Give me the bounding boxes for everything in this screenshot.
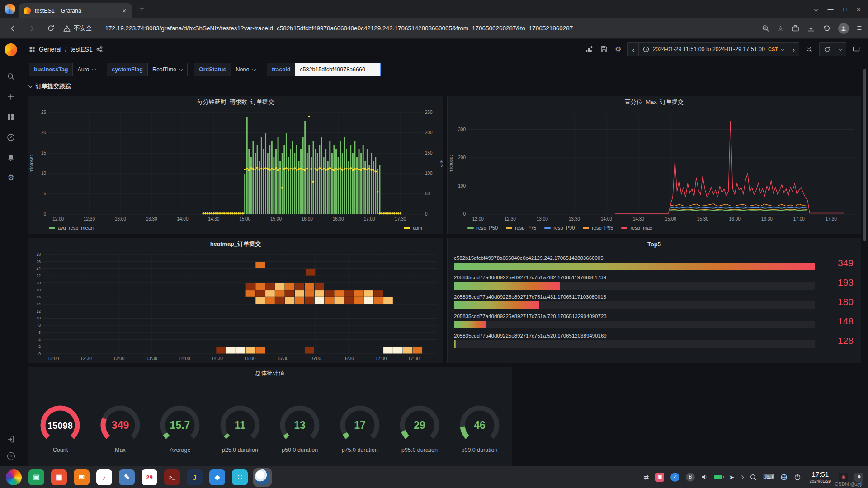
volume-icon[interactable] <box>701 474 708 480</box>
time-shift-back-button[interactable]: ‹ <box>628 43 638 56</box>
panel-title[interactable]: heatmap_订单提交 <box>28 238 443 250</box>
time-zoom-out-button[interactable] <box>805 46 814 53</box>
legend-item-avg_resp_mean[interactable]: avg_resp_mean <box>49 225 94 230</box>
variable-select-businessTag[interactable]: Auto <box>72 63 100 76</box>
taskbar-clock[interactable]: 17:51 2024/01/29 <box>809 470 831 483</box>
heatmap-chart[interactable]: 024681012141618202224262812:0012:3013:00… <box>28 250 443 363</box>
share-icon[interactable] <box>96 46 103 52</box>
screen-record-icon[interactable]: ◉ <box>839 473 848 482</box>
browser-logo-icon[interactable] <box>5 4 15 14</box>
taskbar-app-app-center-icon[interactable]: ∷ <box>232 469 248 485</box>
dashboard-settings-button[interactable]: ⚙ <box>614 46 622 53</box>
refresh-interval-dropdown[interactable] <box>835 43 846 56</box>
zoom-icon[interactable] <box>762 24 769 32</box>
pointer-icon[interactable]: ➤ <box>729 474 734 481</box>
panel-title[interactable]: 每分钟延时_请求数_订单提交 <box>28 96 443 108</box>
variable-label[interactable]: systemFlag <box>107 63 147 76</box>
site-security[interactable]: 不安全 <box>63 24 92 33</box>
new-tab-button[interactable]: + <box>136 4 148 14</box>
taskbar-app-text-editor-icon[interactable]: ✎ <box>119 469 135 485</box>
variable-input-traceId[interactable]: c582b15dfcbf49978a6660 <box>295 63 381 76</box>
variable-select-systemFlag[interactable]: RealTime <box>147 63 188 76</box>
taskbar-app-music-icon[interactable]: ♪ <box>96 469 112 485</box>
latency-chart[interactable]: 051015202505010015020025012:0012:3013:00… <box>28 108 443 223</box>
network-icon[interactable] <box>780 474 788 481</box>
sidebar-dashboards-button[interactable] <box>0 107 22 127</box>
sidebar-signin-button[interactable] <box>7 435 15 445</box>
grafana-logo-icon[interactable] <box>5 43 17 56</box>
profile-avatar[interactable] <box>838 23 849 34</box>
taskbar-app-chat-icon[interactable]: ◆ <box>209 469 225 485</box>
window-maximize-button[interactable]: □ <box>843 6 847 13</box>
taskbar-app-system-monitor-icon[interactable]: ▣ <box>28 469 44 485</box>
legend-item-resp_P75[interactable]: resp_P75 <box>506 225 536 230</box>
taskbar-app-ide-icon[interactable]: J <box>187 469 203 485</box>
dashboard-row-header[interactable]: 订单提交跟踪 <box>22 80 868 93</box>
panel-title[interactable]: 百分位_Max_订单提交 <box>448 96 861 108</box>
page-scrollbar[interactable] <box>863 69 866 241</box>
battery-icon[interactable] <box>714 475 722 479</box>
panel-title[interactable]: Top5 <box>448 238 861 250</box>
breadcrumb-dashboard[interactable]: testES1 <box>71 46 93 53</box>
variable-label[interactable]: businessTag <box>29 63 72 76</box>
sidebar-alerting-button[interactable] <box>0 147 22 168</box>
variable-label[interactable]: traceId <box>267 63 295 76</box>
bookmark-star-icon[interactable]: ☆ <box>777 24 783 33</box>
keyboard-icon[interactable]: ⌨ <box>763 472 774 482</box>
briefcase-icon[interactable] <box>791 24 799 33</box>
row-collapse-icon <box>28 84 32 87</box>
legend-item-resp_P95[interactable]: resp_P95 <box>583 225 613 230</box>
download-icon[interactable] <box>807 24 815 33</box>
taskbar-app-slot: ▦ <box>50 468 68 487</box>
sidebar-search-button[interactable] <box>0 66 22 86</box>
time-range-picker[interactable]: 2024-01-29 11:51:00 to 2024-01-29 17:51:… <box>638 43 788 56</box>
sidebar-create-button[interactable] <box>0 86 22 107</box>
tab-list-icon[interactable] <box>815 6 817 13</box>
sidebar-help-button[interactable]: ? <box>7 452 15 460</box>
legend-item-resp_P90[interactable]: resp_P90 <box>544 225 575 230</box>
search-icon[interactable] <box>750 474 757 481</box>
power-icon[interactable] <box>794 474 801 481</box>
sidebar-explore-button[interactable] <box>0 127 22 147</box>
forward-button[interactable] <box>25 22 38 35</box>
screenshot-icon[interactable]: ▣ <box>655 473 664 482</box>
top5-bargauge[interactable]: c582b15dfcbf49978a666040e0c42129.242.170… <box>448 250 861 352</box>
url-text[interactable]: 172.19.223.74:8083/grafana/d/bxShSeNIz/t… <box>105 25 756 32</box>
refresh-button[interactable] <box>820 43 835 56</box>
input-switch-icon[interactable]: ⇄ <box>643 474 649 481</box>
history-icon[interactable] <box>823 24 830 32</box>
variable-label[interactable]: OrdStatus <box>194 63 231 76</box>
legend-item-resp_P50[interactable]: resp_P50 <box>467 225 498 230</box>
legend-item-cpm[interactable]: cpm <box>404 225 422 230</box>
time-shift-forward-button[interactable]: › <box>788 43 799 56</box>
bluetooth-icon[interactable]: B <box>686 473 695 482</box>
window-close-button[interactable]: × <box>857 5 861 13</box>
taskbar-app-app-store-icon[interactable]: ▦ <box>51 469 67 485</box>
stats-gauges[interactable]: 15098Count349Max15.7Average11p25.0 durat… <box>28 379 512 453</box>
variable-select-OrdStatus[interactable]: None <box>231 63 260 76</box>
add-panel-button[interactable] <box>585 46 594 53</box>
top5-row: 205835cdd77a40d09225e892717c751a.720.170… <box>454 314 854 328</box>
taskbar-app-terminal-icon[interactable]: >_ <box>164 469 180 485</box>
taskbar-app-calendar-icon[interactable]: 29 <box>142 469 157 485</box>
taskbar-app-mail-icon[interactable]: ✉ <box>74 469 90 485</box>
menu-icon[interactable]: ≡ <box>857 23 862 33</box>
svg-text:16:30: 16:30 <box>761 216 773 221</box>
tv-mode-button[interactable] <box>852 46 861 53</box>
percentile-chart[interactable]: 010020030012:0012:3013:0013:3014:0014:30… <box>448 108 861 223</box>
back-button[interactable] <box>6 22 19 35</box>
security-icon[interactable]: ✓ <box>670 473 679 482</box>
reload-button[interactable] <box>44 22 57 35</box>
taskbar-app-launcher-icon[interactable] <box>6 469 22 485</box>
panel-title[interactable]: 总体统计值 <box>28 367 512 379</box>
breadcrumb-folder[interactable]: General <box>39 46 61 53</box>
save-dashboard-button[interactable] <box>599 46 609 53</box>
browser-tab[interactable]: testES1 – Grafana × <box>19 3 132 18</box>
taskbar-app-browser-icon[interactable] <box>255 469 270 485</box>
tray-expand-icon[interactable] <box>740 475 744 479</box>
window-minimize-button[interactable]: — <box>827 6 833 13</box>
legend-item-resp_max[interactable]: resp_max <box>621 225 652 230</box>
tab-close-icon[interactable]: × <box>121 7 127 14</box>
sidebar-configuration-button[interactable]: ⚙ <box>0 168 22 188</box>
notification-icon[interactable] <box>854 473 863 482</box>
